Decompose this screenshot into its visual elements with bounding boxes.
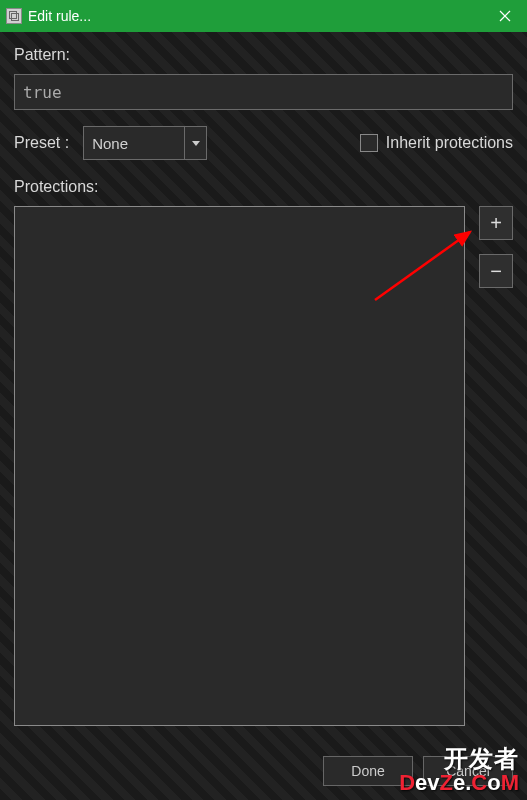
close-icon: [499, 10, 511, 22]
plus-icon: +: [490, 213, 502, 233]
add-protection-button[interactable]: +: [479, 206, 513, 240]
preset-selected-value: None: [84, 127, 184, 159]
done-button[interactable]: Done: [323, 756, 413, 786]
protections-listbox[interactable]: [14, 206, 465, 726]
preset-row: Preset : None Inherit protections: [14, 126, 513, 160]
app-icon: [6, 8, 22, 24]
close-button[interactable]: [483, 0, 527, 32]
inherit-label: Inherit protections: [386, 134, 513, 152]
minus-icon: −: [490, 261, 502, 281]
protections-label: Protections:: [14, 178, 513, 196]
preset-label: Preset :: [14, 134, 69, 152]
protections-side-buttons: + −: [479, 206, 513, 742]
inherit-checkbox-wrap[interactable]: Inherit protections: [360, 134, 513, 152]
pattern-input[interactable]: [14, 74, 513, 110]
cancel-button[interactable]: Cancel: [423, 756, 513, 786]
dialog-content: Pattern: Preset : None Inherit protectio…: [0, 32, 527, 800]
protections-row: + −: [14, 206, 513, 742]
remove-protection-button[interactable]: −: [479, 254, 513, 288]
chevron-down-icon: [184, 127, 206, 159]
pattern-label: Pattern:: [14, 46, 513, 64]
preset-select[interactable]: None: [83, 126, 207, 160]
inherit-checkbox[interactable]: [360, 134, 378, 152]
dialog-footer: Done Cancel: [14, 756, 513, 786]
window-title: Edit rule...: [28, 8, 483, 24]
title-bar: Edit rule...: [0, 0, 527, 32]
